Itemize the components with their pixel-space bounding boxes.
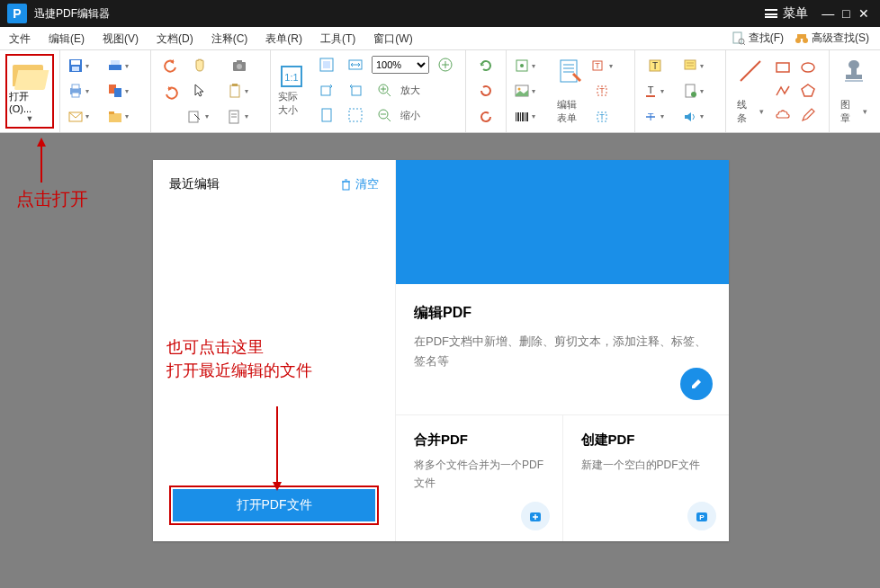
actual-size-button[interactable]: 1:1 bbox=[278, 63, 305, 90]
menu-file[interactable]: 文件 bbox=[0, 27, 40, 50]
svg-rect-14 bbox=[111, 60, 120, 65]
selection-tool[interactable] bbox=[187, 107, 223, 127]
svg-rect-10 bbox=[72, 85, 79, 89]
menu-view[interactable]: 视图(V) bbox=[94, 27, 148, 50]
email-icon bbox=[67, 109, 84, 125]
merge-pdf-action[interactable] bbox=[521, 502, 550, 530]
link-tool[interactable] bbox=[514, 56, 550, 76]
barcode-tool[interactable] bbox=[514, 107, 550, 127]
clipboard-tool[interactable] bbox=[227, 81, 263, 101]
open-pdf-button[interactable]: 打开PDF文件 bbox=[173, 489, 375, 521]
document-search-icon bbox=[732, 31, 746, 46]
add-text-tool[interactable]: T bbox=[591, 107, 616, 127]
cycle-down-button[interactable] bbox=[473, 81, 498, 101]
zoom-out-button[interactable] bbox=[372, 104, 397, 126]
more-tools-button[interactable] bbox=[107, 107, 143, 127]
svg-rect-77 bbox=[846, 75, 862, 79]
arrow-up-icon bbox=[478, 109, 494, 125]
edit-object-tool[interactable]: T bbox=[591, 81, 616, 101]
zoom-in-quick[interactable] bbox=[433, 54, 458, 76]
svg-rect-16 bbox=[114, 88, 121, 97]
edit-pdf-card[interactable]: 编辑PDF 在PDF文档中新增、删除、剪切文本，添加注释、标签、签名等 bbox=[396, 288, 729, 415]
circle-tool[interactable] bbox=[798, 58, 818, 77]
select-tool[interactable] bbox=[187, 81, 212, 101]
edit-text-tool[interactable]: T bbox=[591, 56, 627, 76]
image-tool[interactable] bbox=[514, 81, 550, 101]
menu-comment[interactable]: 注释(C) bbox=[202, 27, 257, 50]
create-pdf-action[interactable]: P bbox=[687, 502, 716, 530]
svg-rect-0 bbox=[733, 32, 741, 43]
chevron-down-icon: ▼ bbox=[26, 114, 34, 123]
pencil-tool[interactable] bbox=[798, 105, 818, 125]
line-button[interactable] bbox=[737, 58, 764, 85]
highlight-tool[interactable]: T bbox=[642, 56, 668, 76]
document-tool[interactable] bbox=[227, 107, 263, 127]
redo-button[interactable] bbox=[158, 83, 184, 104]
svg-rect-50 bbox=[561, 60, 577, 82]
sound-tool[interactable] bbox=[682, 107, 718, 127]
menu-window[interactable]: 窗口(W) bbox=[364, 27, 421, 50]
hamburger-menu[interactable]: 菜单 bbox=[765, 5, 808, 22]
open-button[interactable]: 打开(O)... ▼ bbox=[5, 54, 54, 129]
create-pdf-card[interactable]: 创建PDF 新建一个空白的PDF文件 P bbox=[563, 415, 730, 541]
eraser-tool[interactable] bbox=[875, 56, 880, 77]
menu-tools[interactable]: 工具(T) bbox=[311, 27, 364, 50]
pdf-file-icon: P bbox=[695, 509, 709, 523]
maximize-button[interactable]: □ bbox=[839, 6, 853, 21]
menu-edit[interactable]: 编辑(E) bbox=[40, 27, 94, 50]
save-button[interactable] bbox=[67, 56, 103, 76]
polygon-icon bbox=[800, 83, 816, 99]
cloud-tool[interactable] bbox=[773, 105, 793, 125]
snapshot-tool[interactable] bbox=[227, 56, 252, 76]
email-button[interactable] bbox=[67, 107, 103, 127]
rotate-left-button[interactable] bbox=[314, 79, 339, 101]
strikeout-tool[interactable]: T bbox=[642, 107, 678, 127]
folder-open-icon bbox=[11, 59, 49, 88]
svg-rect-72 bbox=[777, 63, 789, 72]
fit-height-button[interactable] bbox=[314, 104, 339, 126]
fit-width-button[interactable] bbox=[343, 54, 368, 76]
undo-button[interactable] bbox=[158, 56, 184, 77]
recent-panel: 最近编辑 清空 打开PDF文件 bbox=[153, 160, 396, 541]
cycle-up-button[interactable] bbox=[473, 107, 498, 127]
attach-tool[interactable] bbox=[682, 81, 718, 101]
edit-pdf-action[interactable] bbox=[680, 368, 713, 400]
svg-line-71 bbox=[741, 61, 760, 81]
fit-width-icon bbox=[347, 57, 364, 73]
svg-rect-13 bbox=[109, 65, 121, 70]
cursor-icon bbox=[192, 83, 208, 99]
open-pdf-highlight: 打开PDF文件 bbox=[169, 486, 379, 525]
save-icon bbox=[67, 58, 84, 74]
pencil-icon bbox=[689, 377, 704, 391]
refresh-button[interactable] bbox=[473, 56, 498, 76]
advanced-find-button[interactable]: 高级查找(S) bbox=[789, 31, 875, 46]
note-tool[interactable] bbox=[682, 56, 718, 76]
zoom-in-button[interactable] bbox=[372, 79, 397, 101]
polygon-tool[interactable] bbox=[798, 81, 818, 101]
polyline-tool[interactable] bbox=[773, 81, 793, 101]
print-button[interactable] bbox=[67, 81, 103, 101]
fit-page-button[interactable] bbox=[314, 54, 339, 76]
hand-tool[interactable] bbox=[187, 56, 212, 76]
merge-pdf-card[interactable]: 合并PDF 将多个文件合并为一个PDF文件 bbox=[396, 415, 563, 541]
underline-tool[interactable]: T bbox=[642, 81, 678, 101]
form-icon bbox=[557, 58, 584, 85]
convert-button[interactable] bbox=[107, 81, 143, 101]
redo-icon bbox=[163, 85, 179, 102]
edit-form-button[interactable] bbox=[557, 58, 584, 85]
stamp-button[interactable] bbox=[840, 58, 867, 85]
rectangle-tool[interactable] bbox=[773, 58, 793, 77]
clear-recent-link[interactable]: 清空 bbox=[340, 176, 379, 192]
find-button[interactable]: 查找(F) bbox=[726, 31, 789, 46]
menu-form[interactable]: 表单(R) bbox=[256, 27, 311, 50]
close-button[interactable]: ✕ bbox=[857, 6, 871, 21]
menu-document[interactable]: 文档(D) bbox=[148, 27, 202, 50]
svg-point-73 bbox=[802, 63, 814, 72]
rotate-right-button[interactable] bbox=[343, 79, 368, 101]
svg-text:1:1: 1:1 bbox=[284, 72, 298, 83]
fit-visible-button[interactable] bbox=[343, 104, 368, 126]
zoom-select[interactable]: 100% bbox=[372, 56, 429, 74]
merge-pdf-title: 合并PDF bbox=[414, 432, 544, 449]
scan-button[interactable] bbox=[107, 56, 143, 76]
minimize-button[interactable]: — bbox=[821, 6, 835, 21]
